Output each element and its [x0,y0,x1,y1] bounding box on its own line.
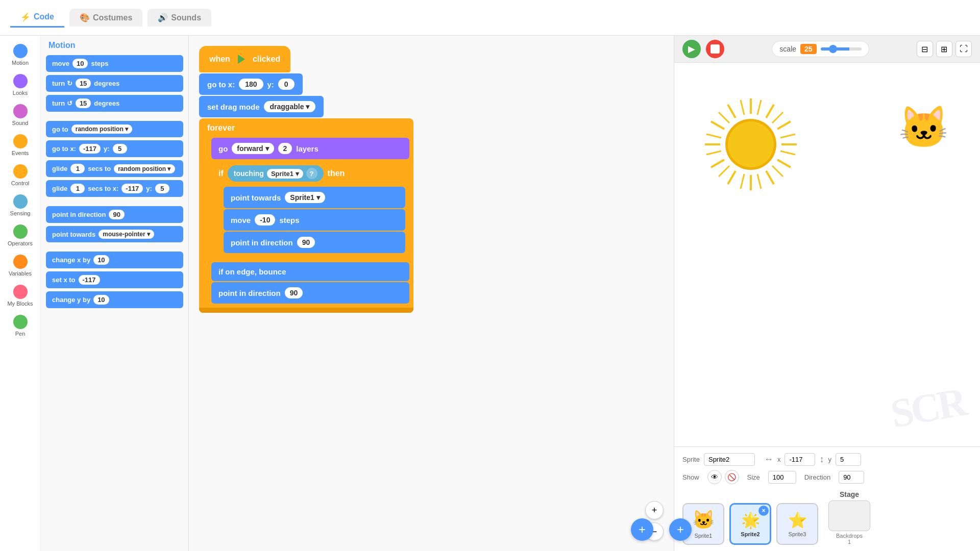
goto-x-block[interactable]: go to x: 180 y: 0 [199,73,303,95]
sprites-panel: Sprite ↔ x ↕ y Show 👁 🚫 [674,446,980,551]
go-layers-block[interactable]: go forward ▾ 2 layers [211,138,409,159]
move-neg-value[interactable]: -10 [255,214,275,226]
x-coord-input[interactable] [785,453,815,466]
direction-input[interactable] [839,471,864,484]
drag-dropdown[interactable]: draggable ▾ [264,101,316,112]
add-backdrop-button[interactable]: + [669,518,692,541]
y-coord-label: y [828,456,831,463]
if-footer [211,256,409,261]
events-label: Events [12,150,29,156]
sidebar-item-sensing[interactable]: Sensing [2,191,39,219]
sensing-label: Sensing [10,210,31,216]
sidebar-item-control[interactable]: Control [2,161,39,189]
point-dir-value[interactable]: 90 [297,237,315,248]
green-flag-button[interactable]: ▶ [682,40,701,58]
fullscreen-button[interactable]: ⛶ [955,41,972,57]
sprite3-name: Sprite3 [789,531,806,537]
zoom-in-button[interactable]: + [645,501,664,519]
goto-xy-block[interactable]: go to x: -117 y: 5 [46,140,183,157]
y-coord-input[interactable] [836,453,861,466]
sprite-list-row: 🐱 Sprite1 × 🌟 Sprite2 ⭐ Sprite [682,490,972,545]
goto-x-value[interactable]: 180 [239,79,263,90]
move-block[interactable]: move 10 steps [46,55,183,72]
sound-dot [13,104,28,118]
sprite2-icon: 🌟 [741,511,760,529]
looks-dot [13,74,28,88]
forever-block[interactable]: forever go forward ▾ 2 layers if [199,118,413,313]
stop-icon [710,44,720,54]
large-stage-button[interactable]: ⊞ [936,41,952,57]
hat-block[interactable]: when clicked [199,46,290,72]
cat-sprite: 🐱 [898,104,949,152]
layers-value[interactable]: 2 [278,143,292,154]
sidebar-item-operators[interactable]: Operators [2,221,39,249]
change-x-block[interactable]: change x by 10 [46,252,183,268]
sprite-2-thumb[interactable]: × 🌟 Sprite2 [729,503,771,545]
backdrop-thumb[interactable] [828,500,870,531]
sidebar-item-motion[interactable]: Motion [2,41,39,69]
main-script: when clicked go to x: 180 y: 0 set drag … [199,46,413,313]
stage-view-buttons: ⊟ ⊞ ⛶ [917,41,972,57]
goto-block[interactable]: go to random position ▾ [46,121,183,137]
hide-eye-button[interactable]: 🚫 [725,470,739,484]
backdrop-count: 1 [848,539,851,545]
svg-line-20 [719,166,729,177]
point-dir-script-block[interactable]: point in direction 90 [224,232,405,253]
block-categories: Motion Looks Sound Events Control Sensin… [0,36,41,551]
sidebar-item-sound[interactable]: Sound [2,101,39,129]
point-towards-block[interactable]: point towards mouse-pointer ▾ [46,226,183,242]
sprite-name-input[interactable] [704,453,755,466]
variables-dot [13,255,28,269]
sprite3-icon: ⭐ [788,511,807,529]
size-input[interactable] [768,471,796,484]
turn-cw-block[interactable]: turn ↻ 15 degrees [46,75,183,92]
goto-y-value[interactable]: 0 [278,79,295,90]
variables-label: Variables [9,270,32,277]
final-dir-value[interactable]: 90 [285,287,303,298]
x-coord-label: x [777,456,781,463]
sidebar-item-events[interactable]: Events [2,131,39,159]
sidebar-item-pen[interactable]: Pen [2,312,39,340]
glide-block[interactable]: glide 1 secs to random position ▾ [46,160,183,177]
change-y-block[interactable]: change y by 10 [46,291,183,308]
stage-canvas: 🐱 SCR [674,63,980,446]
costumes-tab-label: Costumes [93,13,132,22]
stage-content: 🐱 SCR [674,63,980,446]
set-x-block[interactable]: set x to -117 [46,271,183,288]
move-neg-block[interactable]: move -10 steps [224,209,405,231]
sprite-list: 🐱 Sprite1 × 🌟 Sprite2 ⭐ Sprite [682,503,818,545]
add-sprite-button[interactable]: + [631,518,653,541]
turn-ccw-block[interactable]: turn ↺ 15 degrees [46,95,183,112]
final-dir-block[interactable]: point in direction 90 [211,282,409,304]
sidebar-item-variables[interactable]: Variables [2,252,39,280]
bounce-block[interactable]: if on edge, bounce [211,262,409,281]
flag-icon [234,52,249,66]
point-towards-dropdown[interactable]: Sprite1 ▾ [285,192,325,203]
sidebar-item-looks[interactable]: Looks [2,71,39,99]
small-stage-button[interactable]: ⊟ [917,41,933,57]
svg-line-11 [711,121,724,129]
point-towards-script-block[interactable]: point towards Sprite1 ▾ [224,187,405,208]
tab-sounds[interactable]: 🔊 Sounds [148,9,211,27]
if-block[interactable]: if touching Sprite1 ▾ ? then [211,160,409,261]
sprite1-dropdown[interactable]: Sprite1 ▾ [267,169,303,179]
glide-xy-block[interactable]: glide 1 secs to x: -117 y: 5 [46,180,183,197]
svg-line-17 [772,166,783,177]
svg-line-6 [766,171,774,184]
forward-dropdown[interactable]: forward ▾ [232,143,274,154]
sprite-3-thumb[interactable]: ⭐ Sprite3 [776,503,818,545]
sprite-label: Sprite [682,456,700,463]
tab-code[interactable]: ⚡ Code [10,8,64,28]
drag-mode-block[interactable]: set drag mode draggable ▾ [199,96,324,117]
scale-slider[interactable] [821,47,862,51]
point-dir-block[interactable]: point in direction 90 [46,206,183,223]
sprite2-delete-button[interactable]: × [758,506,769,516]
stop-button[interactable] [706,40,724,58]
sun-sprite [700,93,802,197]
touching-condition[interactable]: touching Sprite1 ▾ ? [228,165,324,182]
show-eye-button[interactable]: 👁 [707,470,722,484]
sidebar-item-myblocks[interactable]: My Blocks [2,282,39,310]
tab-costumes[interactable]: 🎨 Costumes [69,9,142,27]
sprite-info-row: Sprite ↔ x ↕ y Show 👁 🚫 [682,453,972,484]
sensing-dot [13,194,28,209]
